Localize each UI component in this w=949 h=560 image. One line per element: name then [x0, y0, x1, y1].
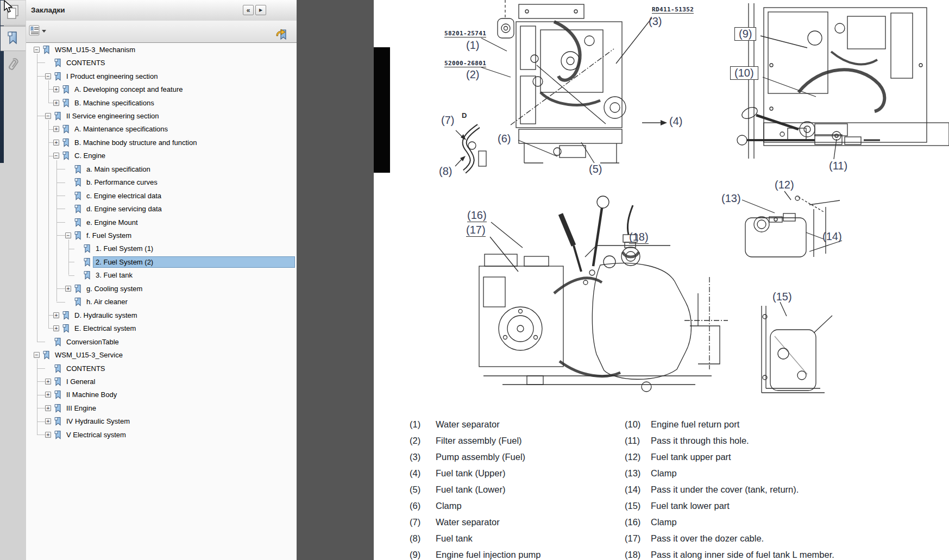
pages-icon	[5, 4, 21, 22]
legend-item: (9)Engine fuel injection pump	[410, 550, 541, 560]
tree-connector	[68, 249, 74, 249]
collapse-panel-button[interactable]: «	[243, 5, 254, 15]
bookmark-item[interactable]: +I General	[26, 375, 294, 388]
bookmark-ribbon-icon	[74, 178, 82, 187]
engine-front-diagram	[489, 0, 636, 179]
bookmark-item[interactable]: 1. Fuel System (1)	[26, 242, 294, 255]
document-viewport[interactable]: 58201-2574152000-26801RD411-51352(1)(2)(…	[297, 0, 949, 560]
expand-toggle[interactable]: +	[45, 418, 51, 424]
expand-toggle[interactable]: +	[53, 140, 59, 146]
bookmark-ribbon-icon	[54, 430, 62, 439]
bookmark-label: D. Hydraulic system	[72, 310, 140, 320]
bookmark-item[interactable]: +V Electrical system	[26, 428, 294, 441]
bookmark-item[interactable]: +A. Developing concept and feature	[26, 83, 294, 96]
bookmark-item[interactable]: +E. Electrical system	[26, 322, 294, 335]
bookmark-item[interactable]: +IV Hydraulic System	[26, 415, 294, 428]
callout-d: D	[462, 112, 467, 119]
expand-toggle[interactable]: −	[53, 153, 59, 159]
bookmark-item[interactable]: ConversionTable	[26, 335, 294, 348]
bookmarks-panel-tab[interactable]	[1, 26, 26, 51]
expand-toggle[interactable]: −	[34, 352, 40, 358]
bookmark-item[interactable]: −WSM_U15-3_Mechanism	[26, 43, 294, 56]
tree-connector	[48, 142, 53, 143]
dropdown-caret-icon	[42, 30, 46, 33]
bookmark-item[interactable]: b. Performance curves	[26, 176, 294, 189]
bookmark-item[interactable]: −I Product engineering section	[26, 70, 294, 83]
expand-toggle[interactable]: +	[53, 126, 59, 132]
expand-toggle[interactable]: −	[45, 73, 51, 79]
legend-item-text: Clamp	[651, 517, 677, 533]
bookmark-label: g. Cooling system	[84, 284, 144, 294]
callout-c4: (4)	[669, 115, 682, 127]
legend-item-number: (18)	[625, 550, 651, 560]
panel-menu-button[interactable]: ▶	[255, 5, 266, 15]
legend-item: (5)Fuel tank (Lower)	[410, 485, 541, 501]
bookmark-item[interactable]: +D. Hydraulic system	[26, 309, 294, 322]
tree-connector	[56, 169, 65, 169]
fuel-tank-lower-diagram	[750, 301, 837, 405]
tree-connector	[56, 196, 65, 196]
tree-connector	[48, 103, 53, 103]
bookmark-label: V Electrical system	[64, 430, 128, 440]
bookmark-item[interactable]: 2. Fuel System (2)	[26, 255, 294, 268]
bookmark-ribbon-icon	[54, 364, 62, 373]
callout-c11: (11)	[829, 160, 847, 172]
bookmark-item[interactable]: −C. Engine	[26, 149, 294, 162]
bookmark-item[interactable]: e. Engine Mount	[26, 216, 294, 229]
bookmark-item[interactable]: 3. Fuel tank	[26, 269, 294, 282]
bookmark-label: C. Engine	[72, 150, 108, 161]
bookmark-item[interactable]: CONTENTS	[26, 362, 294, 375]
bookmark-item[interactable]: −WSM_U15-3_Service	[26, 348, 294, 361]
expand-toggle[interactable]: +	[53, 325, 59, 331]
new-bookmark-button[interactable]	[275, 28, 288, 42]
bookmark-ribbon-icon	[74, 191, 82, 200]
bookmark-ribbon-icon	[74, 218, 82, 227]
attachments-panel-tab[interactable]	[1, 52, 26, 77]
bookmark-label: A. Developing concept and feature	[72, 84, 185, 95]
bookmark-ribbon-icon	[83, 257, 91, 267]
bookmark-item[interactable]: CONTENTS	[26, 56, 294, 69]
expand-toggle[interactable]: +	[45, 432, 51, 438]
bookmark-ribbon-icon	[83, 244, 91, 253]
pages-panel-tab[interactable]	[1, 1, 26, 26]
expand-toggle[interactable]: +	[53, 312, 59, 318]
tree-connector	[48, 328, 53, 329]
bookmark-item[interactable]: −f. Fuel System	[26, 229, 294, 242]
bookmark-label: CONTENTS	[64, 363, 108, 374]
expand-toggle[interactable]: +	[53, 86, 59, 92]
expand-toggle[interactable]: +	[65, 286, 71, 292]
expand-toggle[interactable]: +	[45, 405, 51, 411]
expand-toggle[interactable]: −	[45, 113, 51, 119]
bookmark-item[interactable]: a. Main specification	[26, 162, 294, 175]
expand-toggle[interactable]: +	[45, 379, 51, 385]
navigation-pane-strip	[0, 0, 27, 560]
legend-item-text: Filter assembly (Fuel)	[436, 436, 522, 452]
legend-item: (3)Pump assembly (Fuel)	[410, 452, 541, 468]
legend-item: (15)Fuel tank lower part	[625, 501, 834, 517]
bookmark-item[interactable]: c. Engine electrical data	[26, 189, 294, 202]
legend-item-text: Fuel tank lower part	[651, 501, 730, 517]
expand-toggle[interactable]: −	[65, 232, 71, 238]
expand-toggle[interactable]: +	[45, 392, 51, 398]
bookmark-item[interactable]: +g. Cooling system	[26, 282, 294, 295]
bookmark-item[interactable]: d. Engine servicing data	[26, 202, 294, 215]
bookmark-item[interactable]: +III Engine	[26, 401, 294, 414]
bookmark-label: WSM_U15-3_Mechanism	[53, 45, 137, 55]
bookmark-options-button[interactable]	[28, 24, 46, 38]
bookmark-item[interactable]: +II Machine Body	[26, 388, 294, 401]
legend-item-number: (17)	[625, 533, 651, 550]
bookmark-item[interactable]: +B. Machine specifications	[26, 96, 294, 109]
tree-connector	[37, 381, 45, 382]
legend-item-text: Pass it over the dozer cable.	[651, 533, 764, 550]
bookmark-item[interactable]: h. Air cleaner	[26, 295, 294, 309]
callout-c3: (3)	[649, 15, 662, 27]
legend-item-text: Clamp	[651, 468, 677, 485]
bookmark-item[interactable]: −II Service engineering section	[26, 109, 294, 122]
legend-item-text: Engine fuel injection pump	[436, 550, 541, 560]
expand-toggle[interactable]: +	[53, 100, 59, 106]
page-edge-marker	[374, 47, 390, 173]
bookmark-ribbon-icon	[62, 98, 70, 108]
bookmark-item[interactable]: +A. Maintenance specifications	[26, 123, 294, 136]
expand-toggle[interactable]: −	[34, 47, 40, 53]
bookmark-item[interactable]: +B. Machine body structure and function	[26, 136, 294, 149]
